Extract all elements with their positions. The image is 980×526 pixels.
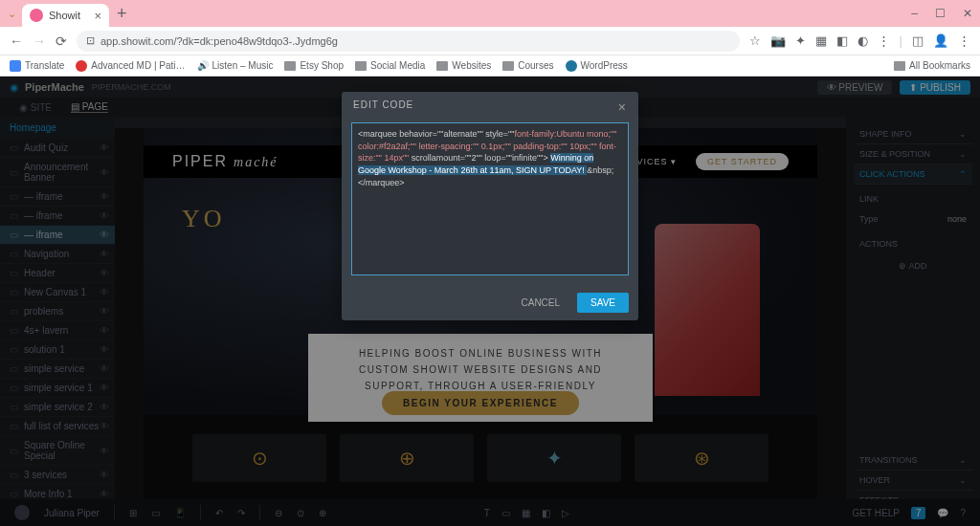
folder-icon	[502, 61, 514, 71]
side-panel-icon[interactable]: ◫	[912, 33, 924, 48]
ext-icon-2[interactable]: ▦	[815, 33, 827, 48]
reload-icon[interactable]: ⟳	[56, 33, 67, 49]
new-tab-button[interactable]: +	[117, 4, 127, 24]
modal-close-icon[interactable]: ×	[618, 99, 627, 115]
app-root: ◉ PiperMache PIPERMACHE.COM 👁 PREVIEW ⬆ …	[0, 77, 980, 526]
ext-icon-3[interactable]: ◧	[836, 33, 848, 48]
music-icon: 🔊	[197, 60, 209, 71]
modal-title: EDIT CODE	[353, 99, 413, 115]
tab-favicon	[30, 9, 43, 22]
tab-close-icon[interactable]: ×	[94, 9, 101, 23]
bookmark-folder[interactable]: Courses	[502, 60, 553, 71]
menu-icon[interactable]: ⋮	[958, 33, 970, 48]
extension-icons: ☆ 📷 ✦ ▦ ◧ ◐ ⋮ | ◫ 👤 ⋮	[749, 33, 970, 48]
code-editor[interactable]: <marquee behavior=""alternate"" style=""…	[351, 122, 629, 275]
folder-icon	[894, 61, 905, 71]
translate-icon	[10, 60, 21, 72]
bookmark-folder[interactable]: Etsy Shop	[284, 60, 344, 71]
minimize-icon[interactable]: –	[911, 7, 918, 20]
bookmark-folder[interactable]: Social Media	[355, 60, 425, 71]
folder-icon	[436, 61, 448, 71]
kebab-icon[interactable]: ⋮	[878, 33, 890, 48]
edit-code-modal: EDIT CODE × <marquee behavior=""alternat…	[342, 92, 638, 320]
all-bookmarks-button[interactable]: All Bookmarks	[894, 60, 970, 71]
bookmark-item[interactable]: Advanced MD | Pati…	[76, 60, 185, 72]
address-bar: ← → ⟳ ⊡ app.showit.com/?dk=dk:peno48w9td…	[0, 27, 980, 55]
ext-icon-4[interactable]: ◐	[858, 33, 868, 48]
bookmark-item[interactable]: Translate	[10, 60, 64, 72]
browser-tab[interactable]: Showit ×	[22, 4, 109, 27]
url-field[interactable]: ⊡ app.showit.com/?dk=dk:peno48w9tdqo3-.J…	[77, 31, 740, 52]
folder-icon	[355, 61, 367, 71]
bookmark-star-icon[interactable]: ☆	[749, 33, 761, 48]
close-window-icon[interactable]: ✕	[963, 7, 972, 20]
tab-dropdown-icon[interactable]: ⌄	[8, 8, 16, 20]
camera-icon[interactable]: 📷	[770, 33, 786, 48]
bookmarks-bar: Translate Advanced MD | Pati… 🔊Listen – …	[0, 55, 980, 77]
window-controls: – ☐ ✕	[911, 7, 972, 20]
bookmark-item[interactable]: WordPress	[566, 60, 628, 72]
maximize-icon[interactable]: ☐	[935, 7, 946, 20]
url-text: app.showit.com/?dk=dk:peno48w9tdqo3-.Jyd…	[100, 35, 338, 47]
bookmark-folder[interactable]: Websites	[436, 60, 491, 71]
site-info-icon[interactable]: ⊡	[86, 34, 95, 47]
separator: |	[900, 33, 902, 48]
folder-icon	[284, 61, 296, 71]
profile-icon[interactable]: 👤	[933, 33, 948, 48]
med-icon	[76, 60, 87, 72]
browser-titlebar: ⌄ Showit × + – ☐ ✕	[0, 0, 980, 27]
back-icon[interactable]: ←	[10, 33, 23, 49]
wordpress-icon	[566, 60, 577, 72]
cancel-button[interactable]: CANCEL	[511, 293, 569, 313]
tab-title: Showit	[49, 10, 80, 21]
save-button[interactable]: SAVE	[577, 293, 629, 313]
forward-icon[interactable]: →	[33, 33, 46, 49]
bookmark-item[interactable]: 🔊Listen – Music	[197, 60, 274, 71]
ext-icon-1[interactable]: ✦	[795, 33, 806, 48]
